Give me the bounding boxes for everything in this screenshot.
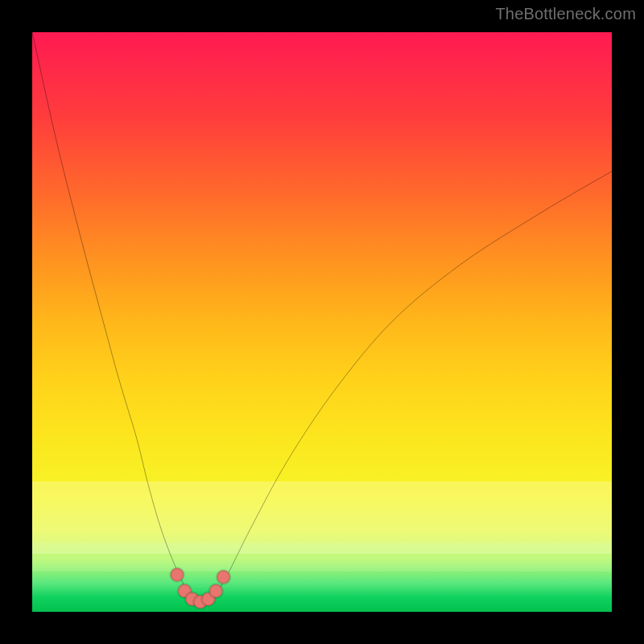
trough-dots xyxy=(171,568,230,609)
watermark-text: TheBottleneck.com xyxy=(495,5,636,23)
bottleneck-curve xyxy=(32,32,612,602)
trough-dot xyxy=(217,571,230,584)
plot-area xyxy=(32,32,612,612)
chart-svg xyxy=(32,32,612,612)
trough-dot xyxy=(209,584,223,598)
trough-dot xyxy=(171,568,184,582)
chart-frame: TheBottleneck.com xyxy=(0,0,644,644)
